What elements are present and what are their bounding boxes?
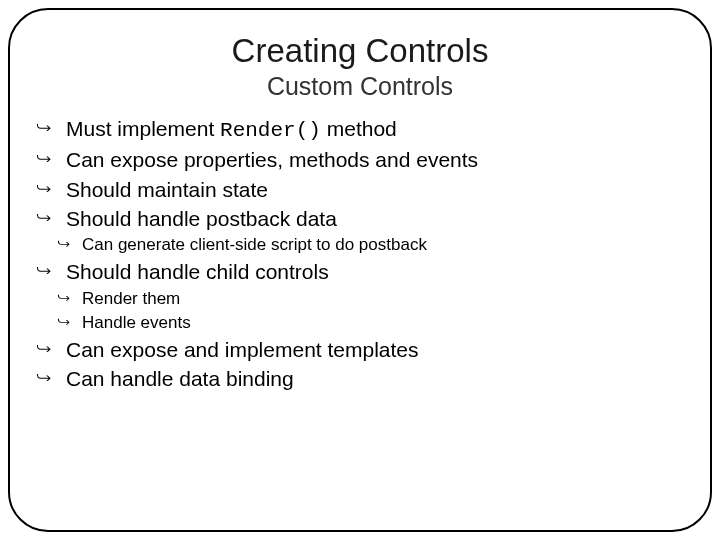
bullet-item: Must implement Render() method bbox=[40, 115, 680, 145]
bullet-item: Should handle child controls bbox=[40, 258, 680, 286]
bullet-item: Should maintain state bbox=[40, 176, 680, 204]
code-text: Render() bbox=[220, 119, 321, 142]
sub-bullet-list: Render them Handle events bbox=[40, 288, 680, 335]
sub-bullet-item: Can generate client-side script to do po… bbox=[60, 234, 680, 257]
slide-frame: Creating Controls Custom Controls Must i… bbox=[8, 8, 712, 532]
bullet-text: Must implement bbox=[66, 117, 220, 140]
bullet-item: Should handle postback data bbox=[40, 205, 680, 233]
bullet-item: Can handle data binding bbox=[40, 365, 680, 393]
bullet-text: method bbox=[321, 117, 397, 140]
slide-title: Creating Controls bbox=[40, 32, 680, 70]
slide-subtitle: Custom Controls bbox=[40, 72, 680, 101]
sub-bullet-item: Render them bbox=[60, 288, 680, 311]
sub-bullet-list: Can generate client-side script to do po… bbox=[40, 234, 680, 257]
bullet-item: Can expose and implement templates bbox=[40, 336, 680, 364]
bullet-item: Can expose properties, methods and event… bbox=[40, 146, 680, 174]
bullet-list: Must implement Render() method Can expos… bbox=[40, 115, 680, 393]
sub-bullet-item: Handle events bbox=[60, 312, 680, 335]
